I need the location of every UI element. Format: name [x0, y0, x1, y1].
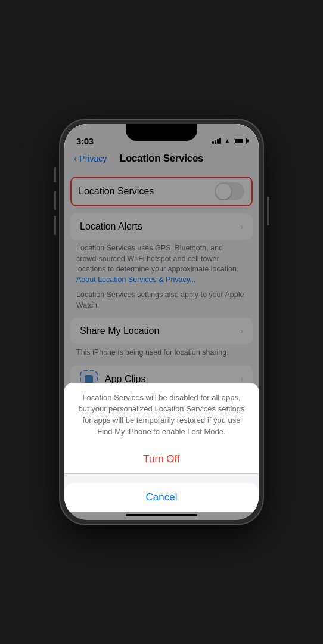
screen: 3:03 ▲ ‹ Privacy Location Services [64, 124, 259, 520]
turn-off-button[interactable]: Turn Off [64, 445, 259, 473]
volume-up-button[interactable] [54, 191, 56, 210]
silent-button[interactable] [54, 167, 56, 182]
volume-down-button[interactable] [54, 216, 56, 235]
phone-frame: 3:03 ▲ ‹ Privacy Location Services [60, 119, 263, 525]
cancel-button[interactable]: Cancel [64, 483, 259, 512]
home-indicator [126, 514, 197, 516]
bottom-sheet-overlay: Location Services will be disabled for a… [64, 124, 259, 520]
power-button[interactable] [267, 197, 269, 225]
bottom-sheet-message: Location Services will be disabled for a… [64, 383, 259, 444]
bottom-sheet: Location Services will be disabled for a… [64, 383, 259, 512]
